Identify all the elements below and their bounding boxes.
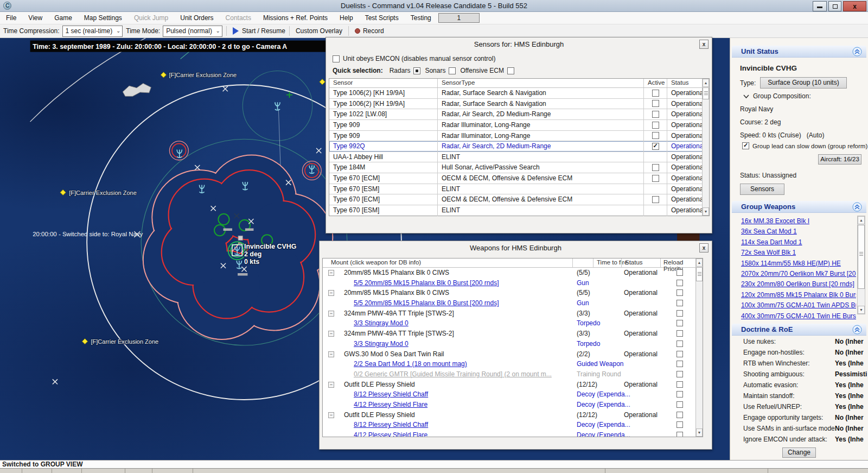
sensors-scrollbar[interactable]: ▲ ▼ — [702, 79, 709, 216]
close-button[interactable]: x — [843, 1, 866, 11]
quick-option-checkbox[interactable] — [449, 67, 456, 74]
weapon-link[interactable]: 8/12 Plessey Shield Chaff — [354, 421, 428, 428]
active-checkbox[interactable] — [652, 90, 659, 97]
mount-name[interactable]: GWS.30 Mod 0 Sea Dart Twin Rail — [344, 350, 444, 358]
weapon-row[interactable]: 3/3 Stingray Mod 0Torpedo — [323, 318, 695, 329]
scrollbar-thumb[interactable] — [703, 87, 709, 99]
testing-value-box[interactable]: 1 — [438, 13, 480, 23]
weapon-link[interactable]: 3/3 Stingray Mod 0 — [354, 319, 409, 327]
sensor-row[interactable]: Type 670 [ECM]OECM & DECM, Offensive & D… — [329, 173, 709, 184]
scroll-down-icon[interactable]: ▼ — [703, 207, 709, 216]
weapon-row[interactable]: −324mm PMW-49A TT Triple [STWS-2](3/3)Op… — [323, 308, 695, 319]
menu-contacts[interactable]: Contacts — [220, 12, 257, 24]
collapse-chevron-icon[interactable] — [852, 325, 862, 335]
weapon-row[interactable]: −20mm/85 Mk15 Phalanx Blk 0 CIWS(5/5)Ope… — [323, 288, 695, 298]
mount-name[interactable]: Outfit DLE Plessy Shield — [344, 381, 415, 388]
group-weapon-link[interactable]: 72x Sea Wolf Blk 1 — [741, 249, 796, 256]
active-checkbox[interactable] — [652, 164, 659, 171]
weapon-row[interactable]: 8/12 Plessey Shield ChaffDecoy (Expenda.… — [323, 420, 695, 430]
doctrine-header[interactable]: Doctrine & RoE — [732, 324, 866, 336]
reload-priority-checkbox[interactable] — [676, 340, 683, 347]
weapon-row[interactable]: 8/12 Plessey Shield ChaffDecoy (Expenda.… — [323, 389, 695, 400]
weapon-row[interactable]: 0/2 Generic GMTR [Guided Missile Trainin… — [323, 369, 695, 380]
collapse-icon[interactable]: − — [328, 412, 334, 418]
sensor-row[interactable]: Type 1022 [LW.08]Radar, Air Search, 2D M… — [329, 109, 709, 120]
sensors-button[interactable]: Sensors — [740, 184, 784, 195]
scroll-up-icon[interactable]: ▲ — [696, 258, 703, 267]
scroll-down-icon[interactable]: ▼ — [858, 306, 865, 314]
sensor-row[interactable]: UAA-1 Abbey HillELINTOperational — [329, 152, 709, 163]
mount-name[interactable]: 20mm/85 Mk15 Phalanx Blk 0 CIWS — [344, 289, 449, 297]
collapse-icon[interactable]: − — [328, 351, 334, 357]
weapon-row[interactable]: −Outfit DLE Plessy Shield(12/12)Operatio… — [323, 380, 695, 390]
time-compression-select[interactable]: 1 sec (real-time)⌄ — [62, 26, 123, 37]
start-resume-button[interactable]: Start / Resume — [231, 27, 285, 35]
reload-priority-checkbox[interactable] — [676, 381, 683, 388]
group-weapon-link[interactable]: 36x Sea Cat Mod 1 — [741, 228, 797, 235]
group-weapon-link[interactable]: 16x MM.38 Exocet Blk I — [741, 217, 809, 225]
active-checkbox[interactable] — [652, 175, 659, 182]
menu-view[interactable]: View — [22, 12, 48, 24]
ship-icon[interactable] — [275, 102, 280, 110]
ship-icon[interactable] — [309, 166, 314, 174]
time-mode-select[interactable]: Pulsed (normal)⌄ — [163, 26, 222, 37]
menu-testing[interactable]: Testing — [405, 12, 437, 24]
scroll-up-icon[interactable]: ▲ — [703, 79, 709, 87]
menu-unit-orders[interactable]: Unit Orders — [174, 12, 219, 24]
group-weapon-link[interactable]: 120x 20mm/85 Mk15 Phalanx Blk 0 Burst... — [741, 291, 856, 299]
sensor-row[interactable]: Type 1006(2) [KH 19/9A]Radar, Surface Se… — [329, 88, 709, 99]
sensor-row[interactable]: Type 909Radar Illuminator, Long-RangeOpe… — [329, 120, 709, 131]
group-weapons-header[interactable]: Group Weapons — [732, 201, 866, 213]
reload-priority-checkbox[interactable] — [676, 421, 683, 428]
group-weapon-link[interactable]: 2070x 20mm/70 Oerlikon Mk7 Burst [20 ... — [741, 270, 856, 278]
active-checkbox[interactable] — [652, 122, 659, 129]
group-weapon-link[interactable]: 100x 30mm/75 GCM-A01 Twin APDS Bur... — [741, 301, 856, 309]
weapon-link[interactable]: 5/5 20mm/85 Mk15 Phalanx Blk 0 Burst [20… — [354, 279, 499, 287]
mount-name[interactable]: 20mm/85 Mk15 Phalanx Blk 0 CIWS — [344, 269, 449, 276]
close-icon[interactable]: x — [699, 243, 709, 253]
menu-help[interactable]: Help — [334, 12, 359, 24]
scroll-down-icon[interactable]: ▼ — [696, 428, 703, 437]
weapon-row[interactable]: −GWS.30 Mod 0 Sea Dart Twin Rail(2/2)Ope… — [323, 349, 695, 360]
sensor-row[interactable]: Type 1006(2) [KH 19/9A]Radar, Surface Se… — [329, 99, 709, 110]
scrollbar-thumb[interactable] — [858, 225, 865, 289]
weapon-link[interactable]: 8/12 Plessey Shield Chaff — [354, 390, 428, 398]
collapse-icon[interactable]: − — [328, 311, 334, 317]
change-button[interactable]: Change — [782, 447, 816, 458]
sensor-row[interactable]: Type 909Radar Illuminator, Long-RangeOpe… — [329, 131, 709, 142]
group-weapons-scrollbar[interactable]: ▲ ▼ — [857, 216, 865, 314]
reload-priority-checkbox[interactable] — [676, 391, 683, 398]
reload-priority-checkbox[interactable] — [676, 432, 683, 437]
aircraft-button[interactable]: Aircraft: 16/23 — [818, 154, 861, 165]
mount-name[interactable]: 324mm PMW-49A TT Triple [STWS-2] — [344, 330, 454, 337]
menu-quick-jump[interactable]: Quick Jump — [128, 12, 174, 24]
weapons-dialog-title[interactable]: Weapons for HMS Edinburgh — [320, 241, 712, 254]
reload-priority-checkbox[interactable] — [676, 330, 683, 337]
mount-name[interactable]: Outfit DLE Plessy Shield — [344, 411, 415, 419]
collapse-icon[interactable]: − — [328, 382, 334, 388]
close-icon[interactable]: x — [699, 40, 709, 49]
unit-status-header[interactable]: Unit Status — [732, 46, 866, 58]
weapon-row[interactable]: −20mm/85 Mk15 Phalanx Blk 0 CIWS(5/5)Ope… — [323, 268, 695, 278]
quick-option-checkbox[interactable] — [507, 67, 514, 74]
scroll-up-icon[interactable]: ▲ — [858, 216, 865, 224]
chevron-down-icon[interactable] — [743, 94, 749, 99]
weapons-scrollbar[interactable]: ▲ ▼ — [695, 258, 703, 437]
weapon-row[interactable]: 5/5 20mm/85 Mk15 Phalanx Blk 0 Burst [20… — [323, 278, 695, 288]
reload-priority-checkbox[interactable] — [676, 371, 683, 377]
minimize-button[interactable] — [813, 1, 827, 11]
custom-overlay-button[interactable]: Custom Overlay — [293, 27, 344, 35]
sensor-row[interactable]: Type 670 [ESM]ELINTOperational — [329, 184, 709, 195]
reload-priority-checkbox[interactable] — [676, 412, 683, 418]
group-weapon-link[interactable]: 400x 30mm/75 GCM-A01 Twin HE Burst ... — [741, 312, 856, 320]
reload-priority-checkbox[interactable] — [676, 310, 683, 317]
sensor-row[interactable]: Type 670 [ESM]ELINTOperational — [329, 205, 709, 216]
reload-priority-checkbox[interactable] — [676, 351, 683, 357]
group-composition-label[interactable]: Group Composition: — [753, 92, 811, 100]
emcon-checkbox[interactable] — [333, 55, 340, 62]
sensor-row[interactable]: Type 670 [ECM]OECM & DECM, Offensive & D… — [329, 194, 709, 205]
collapse-chevron-icon[interactable] — [852, 202, 862, 212]
menu-map-settings[interactable]: Map Settings — [78, 12, 128, 24]
weapon-link[interactable]: 4/12 Plessey Shield Flare — [354, 401, 427, 408]
weapon-row[interactable]: 4/12 Plessey Shield FlareDecoy (Expenda.… — [323, 430, 695, 437]
